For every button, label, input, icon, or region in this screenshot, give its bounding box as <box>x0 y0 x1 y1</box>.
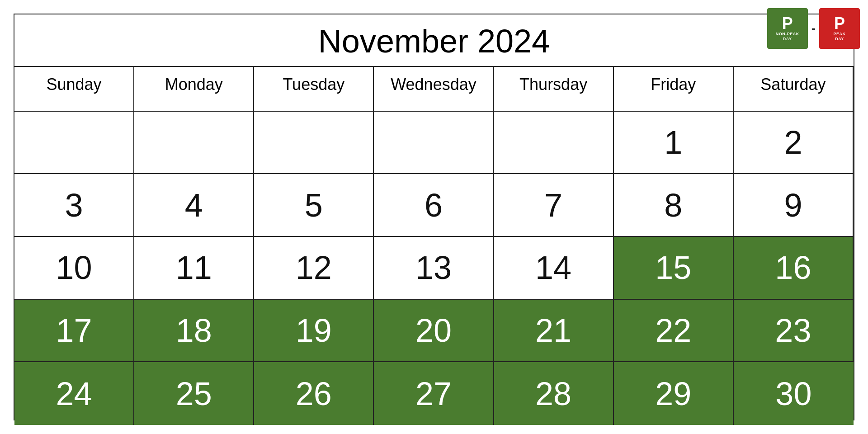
table-row: 25 <box>134 362 254 425</box>
table-row: 11 <box>134 237 254 300</box>
table-row: 22 <box>614 300 734 363</box>
day-header-thursday: Thursday <box>494 67 614 112</box>
table-row <box>374 112 494 175</box>
table-row: 4 <box>134 174 254 237</box>
table-row: 18 <box>134 300 254 363</box>
table-row: 19 <box>254 300 374 363</box>
non-peak-label: NON-PEAKDAY <box>776 32 799 42</box>
page-wrapper: P NON-PEAKDAY - P PEAKDAY November 2024 … <box>0 0 868 434</box>
table-row: 12 <box>254 237 374 300</box>
calendar-grid: Sunday Monday Tuesday Wednesday Thursday… <box>14 67 854 425</box>
non-peak-badge: P NON-PEAKDAY <box>767 8 808 49</box>
table-row: 23 <box>734 300 854 363</box>
table-row: 5 <box>254 174 374 237</box>
table-row: 13 <box>374 237 494 300</box>
table-row: 2 <box>734 112 854 175</box>
table-row: 10 <box>14 237 134 300</box>
day-header-wednesday: Wednesday <box>374 67 494 112</box>
peak-label: PEAKDAY <box>833 32 845 42</box>
table-row: 15 <box>614 237 734 300</box>
table-row: 21 <box>494 300 614 363</box>
table-row: 17 <box>14 300 134 363</box>
day-header-sunday: Sunday <box>14 67 134 112</box>
table-row: 14 <box>494 237 614 300</box>
table-row: 3 <box>14 174 134 237</box>
table-row <box>494 112 614 175</box>
table-row: 29 <box>614 362 734 425</box>
day-header-monday: Monday <box>134 67 254 112</box>
table-row: 27 <box>374 362 494 425</box>
table-row: 20 <box>374 300 494 363</box>
non-peak-p-letter: P <box>782 15 793 32</box>
table-row <box>134 112 254 175</box>
day-header-tuesday: Tuesday <box>254 67 374 112</box>
peak-badge: P PEAKDAY <box>819 8 860 49</box>
table-row: 6 <box>374 174 494 237</box>
day-header-friday: Friday <box>614 67 734 112</box>
calendar-container: November 2024 Sunday Monday Tuesday Wedn… <box>14 14 854 420</box>
legend-dash: - <box>811 21 816 36</box>
table-row: 26 <box>254 362 374 425</box>
table-row: 9 <box>734 174 854 237</box>
table-row <box>254 112 374 175</box>
table-row: 7 <box>494 174 614 237</box>
table-row: 8 <box>614 174 734 237</box>
table-row: 1 <box>614 112 734 175</box>
table-row: 24 <box>14 362 134 425</box>
table-row <box>14 112 134 175</box>
calendar-title: November 2024 <box>14 14 854 67</box>
peak-p-letter: P <box>834 15 845 32</box>
table-row: 30 <box>734 362 854 425</box>
day-header-saturday: Saturday <box>734 67 854 112</box>
legend: P NON-PEAKDAY - P PEAKDAY <box>767 8 860 49</box>
table-row: 16 <box>734 237 854 300</box>
table-row: 28 <box>494 362 614 425</box>
